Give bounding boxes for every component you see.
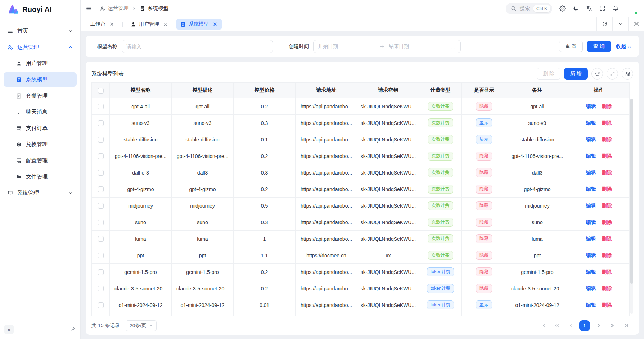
row-checkbox[interactable]: [98, 137, 104, 143]
sidebar-item-home[interactable]: 首页: [4, 24, 77, 38]
edit-link[interactable]: 编辑: [586, 136, 596, 142]
tab-system-model[interactable]: 系统模型: [176, 19, 222, 30]
delete-link[interactable]: 删除: [602, 269, 612, 275]
cell-actions: 编辑删除: [568, 148, 630, 164]
prev-page-button[interactable]: [566, 321, 576, 331]
close-tab-icon[interactable]: [109, 21, 115, 27]
global-search[interactable]: 搜索 Ctrl K: [506, 3, 552, 14]
edit-link[interactable]: 编辑: [586, 285, 596, 291]
language-icon[interactable]: [586, 5, 592, 12]
edit-link[interactable]: 编辑: [586, 236, 596, 241]
sidebar-item-exchange-management[interactable]: 兑换管理: [4, 137, 77, 152]
breadcrumb-item[interactable]: 运营管理: [100, 5, 129, 12]
delete-link[interactable]: 删除: [602, 136, 612, 142]
row-checkbox[interactable]: [98, 286, 104, 291]
delete-link[interactable]: 删除: [602, 219, 612, 225]
delete-link[interactable]: 删除: [602, 236, 612, 241]
delete-link[interactable]: 删除: [602, 203, 612, 208]
row-checkbox[interactable]: [98, 120, 104, 126]
edit-link[interactable]: 编辑: [586, 302, 596, 308]
row-checkbox[interactable]: [98, 236, 104, 242]
row-checkbox[interactable]: [98, 170, 104, 176]
first-page-button[interactable]: [538, 321, 548, 331]
column-settings-button[interactable]: [622, 68, 633, 80]
delete-link[interactable]: 删除: [602, 103, 612, 109]
tab-menu-button[interactable]: [612, 17, 628, 31]
delete-link[interactable]: 删除: [602, 186, 612, 192]
row-checkbox[interactable]: [98, 253, 104, 258]
sidebar-item-chat-messages[interactable]: 聊天消息: [4, 105, 77, 119]
row-checkbox[interactable]: [98, 220, 104, 225]
settings-icon[interactable]: [559, 5, 566, 12]
row-checkbox[interactable]: [98, 203, 104, 209]
sidebar-item-config-management[interactable]: 配置管理: [4, 153, 77, 168]
row-checkbox[interactable]: [98, 302, 104, 308]
breadcrumb-item[interactable]: 系统模型: [140, 5, 168, 12]
delete-button[interactable]: 删 除: [537, 68, 560, 80]
sidebar-item-payment-orders[interactable]: 支付订单: [4, 121, 77, 135]
row-checkbox[interactable]: [98, 153, 104, 159]
visibility-badge: 隐藏: [476, 284, 492, 293]
delete-link[interactable]: 删除: [602, 252, 612, 258]
prev-group-button[interactable]: [552, 321, 562, 331]
maximize-content-button[interactable]: [628, 17, 644, 31]
delete-link[interactable]: 删除: [602, 153, 612, 159]
row-checkbox[interactable]: [98, 104, 104, 109]
sidebar-item-file-management[interactable]: 文件管理: [4, 170, 77, 184]
hamburger-menu-icon[interactable]: [86, 5, 92, 12]
create-time-range-picker[interactable]: 开始日期 结束日期: [313, 40, 461, 53]
cell-desc: suno: [172, 214, 234, 231]
add-button[interactable]: 新 增: [564, 68, 588, 80]
scrollbar-thumb[interactable]: [630, 99, 633, 284]
table-scrollbar[interactable]: [630, 99, 633, 314]
notifications-icon[interactable]: [613, 5, 619, 12]
edit-link[interactable]: 编辑: [586, 269, 596, 275]
dark-mode-icon[interactable]: [573, 5, 579, 12]
delete-link[interactable]: 删除: [602, 302, 612, 308]
last-page-button[interactable]: [621, 321, 631, 331]
edit-link[interactable]: 编辑: [586, 103, 596, 109]
edit-link[interactable]: 编辑: [586, 203, 596, 208]
close-tab-icon[interactable]: [212, 21, 218, 27]
next-group-button[interactable]: [607, 321, 617, 331]
row-checkbox[interactable]: [98, 186, 104, 192]
fullscreen-icon[interactable]: [599, 5, 605, 12]
current-page[interactable]: 1: [579, 320, 590, 331]
edit-link[interactable]: 编辑: [586, 219, 596, 225]
sidebar-item-operations[interactable]: 运营管理: [4, 40, 77, 54]
cell-desc: suno-v3: [172, 115, 234, 131]
edit-link[interactable]: 编辑: [586, 170, 596, 175]
delete-link[interactable]: 删除: [602, 120, 612, 126]
row-checkbox[interactable]: [98, 269, 104, 275]
sidebar-item-user-management[interactable]: 用户管理: [4, 56, 77, 71]
edit-link[interactable]: 编辑: [586, 186, 596, 192]
edit-link[interactable]: 编辑: [586, 252, 596, 258]
tab-workbench[interactable]: 工作台: [86, 19, 119, 30]
next-page-button[interactable]: [594, 321, 604, 331]
tab-user-management[interactable]: 用户管理: [126, 19, 172, 30]
collapse-filter-link[interactable]: 收起: [616, 43, 632, 50]
query-button[interactable]: 查 询: [587, 41, 611, 52]
select-all-checkbox[interactable]: [98, 88, 104, 94]
pin-sidebar-icon[interactable]: [70, 326, 76, 333]
close-tab-icon[interactable]: [162, 21, 168, 27]
sidebar-item-package-management[interactable]: 套餐管理: [4, 89, 77, 103]
user-avatar[interactable]: [626, 3, 638, 14]
edit-link[interactable]: 编辑: [586, 120, 596, 126]
delete-link[interactable]: 删除: [602, 170, 612, 175]
fullscreen-table-button[interactable]: [607, 68, 618, 80]
visibility-badge: 隐藏: [476, 234, 492, 243]
app-logo[interactable]: Ruoyi AI: [0, 0, 80, 19]
cell-desc: o1-mini-2024-09-12: [172, 297, 234, 313]
refresh-table-button[interactable]: [591, 68, 603, 80]
edit-link[interactable]: 编辑: [586, 153, 596, 159]
page-size-select[interactable]: 20条/页: [126, 320, 157, 331]
sidebar-item-system-model[interactable]: 系统模型: [4, 72, 77, 87]
sidebar-item-system-management[interactable]: 系统管理: [4, 186, 77, 200]
reset-button[interactable]: 重 置: [559, 41, 583, 52]
model-name-input[interactable]: [122, 40, 273, 53]
cell-billing-type: 次数计费: [419, 247, 462, 264]
refresh-tab-button[interactable]: [596, 17, 612, 31]
delete-link[interactable]: 删除: [602, 285, 612, 291]
sidebar-collapse-button[interactable]: «: [4, 325, 14, 334]
